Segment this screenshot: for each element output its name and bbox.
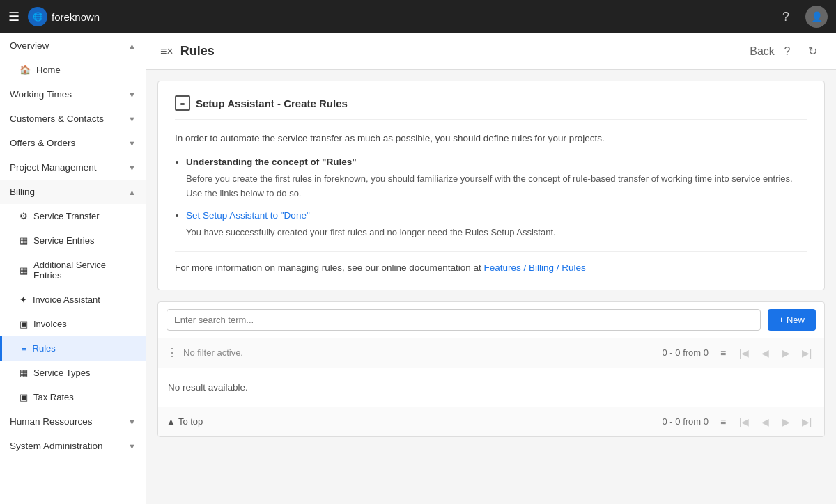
invoices-left: ▣ Invoices [20, 319, 67, 329]
app-logo: 🌐 foreknown [28, 7, 100, 26]
sidebar-item-service-entries[interactable]: ▦ Service Entries [0, 228, 146, 253]
to-top-link[interactable]: ▲ To top [167, 416, 663, 427]
pm-left: Project Management [10, 162, 97, 173]
bottom-last-page-icon[interactable]: ▶| [798, 413, 816, 431]
sort-icon[interactable]: ≡ [714, 344, 732, 362]
home-label: Home [36, 65, 61, 75]
bottom-pagination-icons: ≡ |◀ ◀ ▶ ▶| [714, 413, 816, 431]
ia-icon: ✦ [20, 294, 27, 305]
ase-left: ▦ Additional Service Entries [20, 260, 136, 281]
working-times-left: Working Times [10, 89, 72, 100]
sidebar-item-human-resources[interactable]: Human Ressources ▼ [0, 409, 146, 434]
next-page-icon[interactable]: ▶ [777, 344, 795, 362]
bullet-2-body: You have successfully created your first… [186, 226, 807, 240]
service-transfer-label: Service Transfer [33, 211, 100, 221]
ase-icon: ▦ [20, 265, 28, 276]
rules-header-icon: ≡× [160, 45, 173, 58]
chevron-down-icon-cc: ▼ [128, 115, 136, 123]
to-top-bar: ▲ To top 0 - 0 from 0 ≡ |◀ ◀ ▶ ▶| [158, 407, 824, 436]
service-entries-icon: ▦ [20, 235, 28, 246]
user-avatar[interactable]: 👤 [805, 6, 828, 28]
overview-left: Overview [10, 40, 49, 51]
sidebar-item-working-times[interactable]: Working Times ▼ [0, 82, 146, 107]
set-done-link[interactable]: Set Setup Assistant to "Done" [186, 210, 310, 221]
setup-card-body: In order to automate the service transfe… [175, 131, 807, 276]
list-area: + New ⋮ No filter active. 0 - 0 from 0 ≡… [157, 301, 825, 437]
header-actions: Back ? ↻ [752, 42, 822, 61]
search-input[interactable] [167, 309, 761, 331]
hr-left: Human Ressources [10, 416, 93, 427]
sidebar-item-customers[interactable]: Customers & Contacts ▼ [0, 107, 146, 131]
st-icon: ▦ [20, 368, 28, 378]
intro-text: In order to automate the service transfe… [175, 131, 807, 146]
help-header-icon[interactable]: ? [777, 42, 797, 61]
bottom-sort-icon[interactable]: ≡ [714, 413, 732, 431]
service-transfer-icon: ⚙ [20, 211, 28, 221]
sidebar-item-invoices[interactable]: ▣ Invoices [0, 312, 146, 336]
setup-assistant-card: ≡ Setup Assistant - Create Rules In orde… [157, 81, 825, 290]
bullet-2: Set Setup Assistant to "Done" You have s… [186, 208, 807, 240]
tr-icon: ▣ [20, 392, 28, 402]
bullet-1-heading: Understanding the concept of "Rules" [186, 157, 357, 167]
sidebar-sub-overview: 🏠 Home [0, 58, 146, 82]
sidebar-item-offers[interactable]: Offers & Orders ▼ [0, 131, 146, 155]
pagination-icons: ≡ |◀ ◀ ▶ ▶| [714, 344, 816, 362]
bottom-next-page-icon[interactable]: ▶ [777, 413, 795, 431]
bullet-1-body: Before you create the first rules in for… [186, 172, 807, 201]
bottom-first-page-icon[interactable]: |◀ [735, 413, 753, 431]
back-button[interactable]: Back [752, 42, 772, 61]
bottom-prev-page-icon[interactable]: ◀ [756, 413, 774, 431]
filter-label: No filter active. [183, 347, 663, 358]
sidebar-item-rules[interactable]: ≡ Rules [0, 336, 146, 361]
service-transfer-left: ⚙ Service Transfer [20, 211, 100, 221]
content-header: ≡× Rules Back ? ↻ [146, 33, 836, 70]
sidebar-item-service-types[interactable]: ▦ Service Types [0, 361, 146, 385]
topbar: ☰ 🌐 foreknown ? 👤 [0, 0, 836, 33]
prev-page-icon[interactable]: ◀ [756, 344, 774, 362]
docs-link[interactable]: Features / Billing / Rules [484, 262, 586, 273]
pm-label: Project Management [10, 162, 97, 173]
sidebar-item-home[interactable]: 🏠 Home [0, 58, 146, 82]
service-entries-left: ▦ Service Entries [20, 235, 94, 246]
rules-icon: ≡ [22, 343, 27, 354]
chevron-down-icon-wt: ▼ [128, 90, 136, 99]
chevron-up-icon: ▲ [128, 42, 136, 50]
new-button[interactable]: + New [768, 309, 816, 331]
sidebar-item-overview[interactable]: Overview ▲ [0, 33, 146, 58]
sidebar-item-tax-rates[interactable]: ▣ Tax Rates [0, 385, 146, 409]
offers-left: Offers & Orders [10, 138, 75, 148]
chevron-down-icon-hr: ▼ [128, 418, 136, 426]
sidebar-item-invoice-assistant[interactable]: ✦ Invoice Assistant [0, 288, 146, 312]
chevron-down-icon-oo: ▼ [128, 139, 136, 148]
content-body: ≡ Setup Assistant - Create Rules In orde… [146, 70, 836, 504]
overview-label: Overview [10, 40, 49, 51]
bullet-1: Understanding the concept of "Rules" Bef… [186, 155, 807, 201]
sidebar-item-additional-service-entries[interactable]: ▦ Additional Service Entries [0, 253, 146, 288]
rules-label: Rules [33, 343, 56, 354]
menu-icon[interactable]: ☰ [8, 9, 20, 24]
customers-label: Customers & Contacts [10, 113, 104, 124]
sidebar: Overview ▲ 🏠 Home Working Times ▼ Custom… [0, 33, 146, 504]
hr-label: Human Ressources [10, 416, 93, 427]
sidebar-item-service-transfer[interactable]: ⚙ Service Transfer [0, 204, 146, 228]
app-name: foreknown [52, 11, 100, 23]
refresh-icon[interactable]: ↻ [803, 42, 822, 61]
no-result-text: No result available. [168, 382, 248, 393]
logo-globe: 🌐 [28, 7, 47, 26]
chevron-up-icon-billing: ▲ [128, 188, 136, 196]
tr-label: Tax Rates [33, 392, 74, 402]
filter-dots-icon[interactable]: ⋮ [167, 346, 178, 359]
st-label: Service Types [33, 368, 90, 378]
ase-label: Additional Service Entries [33, 260, 136, 281]
sidebar-item-system-administration[interactable]: System Administration ▼ [0, 434, 146, 458]
rules-left: ≡ Rules [22, 343, 56, 354]
billing-sub-items: ⚙ Service Transfer ▦ Service Entries ▦ A… [0, 204, 146, 409]
first-page-icon[interactable]: |◀ [735, 344, 753, 362]
last-page-icon[interactable]: ▶| [798, 344, 816, 362]
setup-card-title: ≡ Setup Assistant - Create Rules [175, 95, 807, 120]
sidebar-item-project-management[interactable]: Project Management ▼ [0, 155, 146, 180]
help-icon[interactable]: ? [775, 6, 797, 28]
to-top-label: To top [178, 416, 203, 427]
sidebar-item-billing[interactable]: Billing ▲ [0, 180, 146, 204]
billing-label: Billing [10, 187, 35, 197]
